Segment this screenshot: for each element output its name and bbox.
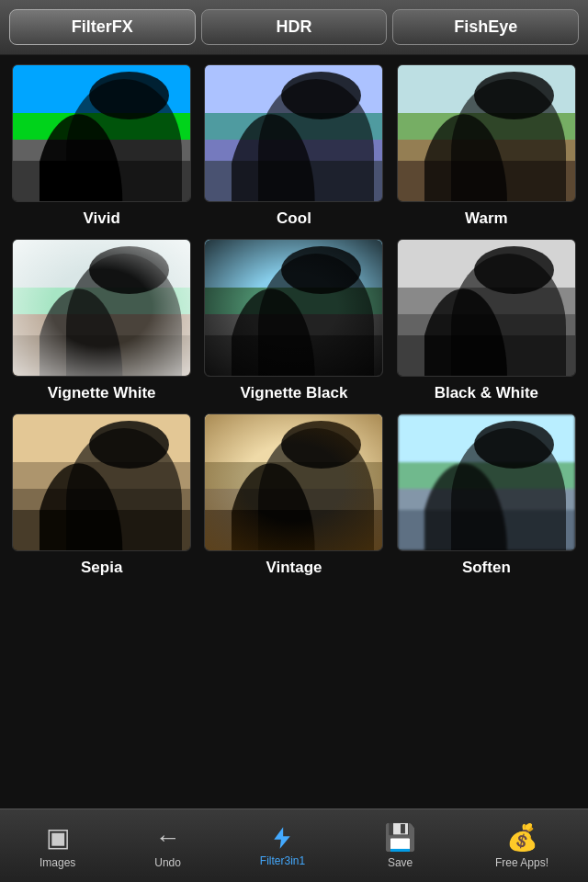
tab-filterfx[interactable]: FilterFX: [9, 9, 196, 45]
undo-icon: ←: [155, 823, 181, 853]
lightning-icon: [269, 825, 295, 851]
save-label: Save: [388, 856, 413, 869]
filter-cool[interactable]: Cool: [198, 64, 390, 232]
freeapps-icon: 💰: [506, 822, 538, 853]
toolbar-filter3in1[interactable]: Filter3in1: [251, 820, 314, 873]
undo-label: Undo: [154, 856, 181, 869]
filter-sepia-label: Sepia: [81, 559, 122, 577]
toolbar-freeapps[interactable]: 💰 Free Apps!: [486, 817, 558, 875]
filter-vignette-black[interactable]: Vignette Black: [198, 239, 390, 406]
images-icon: ▣: [46, 822, 70, 853]
freeapps-label: Free Apps!: [495, 856, 548, 869]
filter-vignette-white-label: Vignette White: [48, 384, 156, 402]
tab-hdr[interactable]: HDR: [201, 9, 388, 45]
filter-vignette-black-label: Vignette Black: [241, 384, 348, 402]
filter-warm-label: Warm: [465, 209, 508, 228]
tab-fisheye[interactable]: FishEye: [392, 9, 579, 45]
filter-bw[interactable]: Black & White: [390, 239, 582, 406]
bottom-toolbar: ▣ Images ← Undo Filter3in1 💾 Save 💰 Free…: [0, 808, 588, 882]
images-label: Images: [40, 856, 75, 869]
filter-bw-label: Black & White: [435, 384, 538, 402]
filter-vintage[interactable]: Vintage: [198, 413, 390, 581]
filter-warm[interactable]: Warm: [390, 64, 582, 232]
filter-sepia[interactable]: Sepia: [6, 413, 198, 581]
tab-bar: FilterFX HDR FishEye: [0, 0, 588, 55]
filter3in1-label: Filter3in1: [260, 854, 305, 867]
filter-cool-label: Cool: [277, 209, 311, 228]
toolbar-save[interactable]: 💾 Save: [375, 817, 425, 875]
filter-vignette-white[interactable]: Vignette White: [6, 239, 198, 406]
toolbar-images[interactable]: ▣ Images: [30, 817, 85, 875]
filter-vivid-label: Vivid: [84, 209, 120, 228]
filter-soften[interactable]: Soften: [390, 413, 582, 581]
filter-grid: Vivid Cool Warm Vignette White: [0, 55, 588, 588]
toolbar-undo[interactable]: ← Undo: [145, 818, 190, 875]
filter-vivid[interactable]: Vivid: [6, 64, 198, 232]
save-icon: 💾: [384, 822, 416, 853]
filter-soften-label: Soften: [462, 559, 511, 577]
filter-vintage-label: Vintage: [266, 559, 322, 577]
